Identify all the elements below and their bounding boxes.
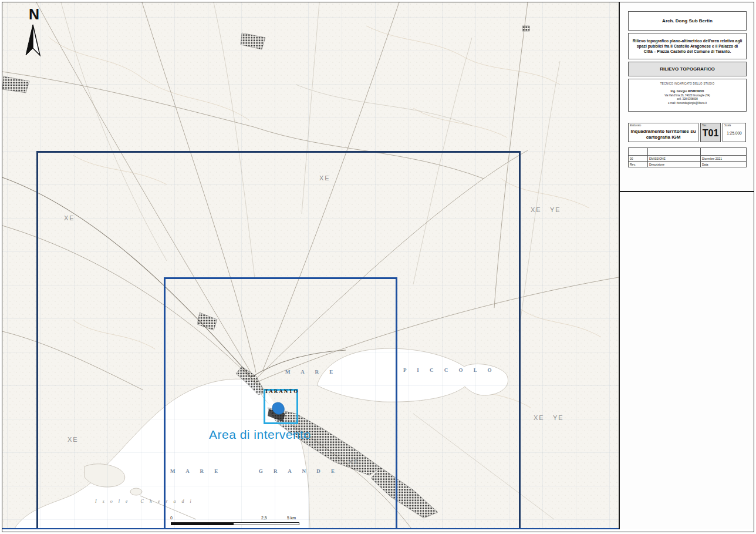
north-arrow: N — [24, 6, 48, 60]
subject-box: RILIEVO TOPOGRAFICO — [628, 62, 747, 76]
scale-bar-graphic — [171, 522, 299, 525]
revision-rev: 00 — [629, 156, 648, 162]
intervention-area-label: Area di intervento — [209, 428, 311, 442]
revision-rev: Rev. — [629, 162, 648, 167]
grid-zone-label: XE — [349, 458, 360, 465]
engineer-name: Ing. Giorgio RISMONDO — [671, 89, 704, 93]
sheet-number-cell: Tav. T01 — [700, 123, 721, 142]
sheet-number-caption: Tav. — [702, 124, 707, 127]
sea-label-mare: M A R E — [285, 369, 338, 375]
sheet-scale-cell: Scala 1:25.000 — [723, 123, 746, 142]
panel-divider-line — [620, 191, 754, 192]
igm-map-area: N XE XE XE YE XE XE XE YE TARANTO M A R … — [2, 2, 619, 529]
scale-bar: 0 2,5 5 km — [168, 516, 302, 529]
map-bottom-neatline — [2, 528, 619, 529]
revision-desc: Descrizione — [648, 162, 701, 167]
revision-rev — [629, 148, 648, 156]
revision-date — [701, 148, 747, 156]
engineer-role-label: TECNICO INCARICATO DELLO STUDIO — [660, 82, 714, 85]
sheet-title-cell: Elaborato Inquadramento territoriale su … — [628, 123, 698, 142]
scale-tick-end: 5 km — [287, 516, 296, 520]
revision-table: 00 EMISSIONE Dicembre 2021 Rev. Descrizi… — [628, 147, 747, 167]
grid-zone-label: XE — [534, 414, 545, 421]
north-arrow-icon — [24, 23, 42, 58]
project-description-box: Rilievo topografico plano-altimetrico de… — [628, 33, 747, 59]
title-block-panel: Arch. Dong Sub Bertin Rilievo topografic… — [619, 2, 754, 529]
scale-bar-open-segment — [234, 522, 299, 525]
sheet-number: T01 — [701, 128, 720, 139]
sheet-scale: 1:25.000 — [723, 131, 745, 135]
scale-tick-zero: 0 — [170, 516, 173, 520]
scale-tick-mid: 2,5 — [261, 516, 267, 520]
engineer-email: e-mail: rismondogiorgio@libero.it — [668, 102, 707, 105]
grid-zone-label: YE — [550, 206, 561, 213]
scale-bar-filled-segment — [171, 522, 234, 525]
sheet-title: Inquadramento territoriale su cartografi… — [629, 129, 698, 141]
engineer-phone: cell. 328 0398008 — [677, 98, 698, 100]
revision-row: 00 EMISSIONE Dicembre 2021 — [629, 156, 747, 162]
subject-title: RILIEVO TOPOGRAFICO — [660, 66, 715, 72]
sheet-scale-caption: Scala — [724, 124, 731, 127]
grid-zone-label: XE — [68, 436, 79, 443]
revision-desc — [648, 148, 701, 156]
sea-label-piccolo: P I C C O L O — [403, 367, 497, 373]
island-label-isole-cheradi: I s o l e C h e r a d i — [95, 499, 194, 504]
city-label-taranto: TARANTO — [265, 388, 299, 394]
revision-date: Dicembre 2021 — [701, 156, 747, 162]
revision-row: Rev. Descrizione Data — [629, 162, 747, 167]
project-description: Rilievo topografico plano-altimetrico de… — [632, 38, 743, 55]
revision-date: Data — [701, 162, 747, 167]
architect-name: Arch. Dong Sub Bertin — [662, 18, 713, 23]
engineer-box: TECNICO INCARICATO DELLO STUDIO Ing. Gio… — [628, 79, 747, 112]
grid-zone-label: XE — [531, 206, 542, 213]
intervention-area-frame — [264, 389, 298, 424]
grid-zone-label: XE — [319, 174, 330, 182]
architect-box: Arch. Dong Sub Bertin — [628, 11, 747, 31]
drawing-sheet: N XE XE XE YE XE XE XE YE TARANTO M A R … — [2, 2, 754, 532]
grid-zone-label: XE — [64, 214, 75, 221]
sea-label-mare-grande: M A R E G R A N D E — [170, 468, 339, 474]
revision-desc: EMISSIONE — [648, 156, 701, 162]
engineer-address: Via Val d'Itria 26, 74023 Grottaglie (TA… — [664, 94, 710, 97]
north-letter: N — [29, 6, 39, 23]
grid-zone-label: YE — [553, 414, 564, 421]
revision-row — [629, 148, 747, 156]
sheet-title-caption: Elaborato — [630, 124, 641, 127]
